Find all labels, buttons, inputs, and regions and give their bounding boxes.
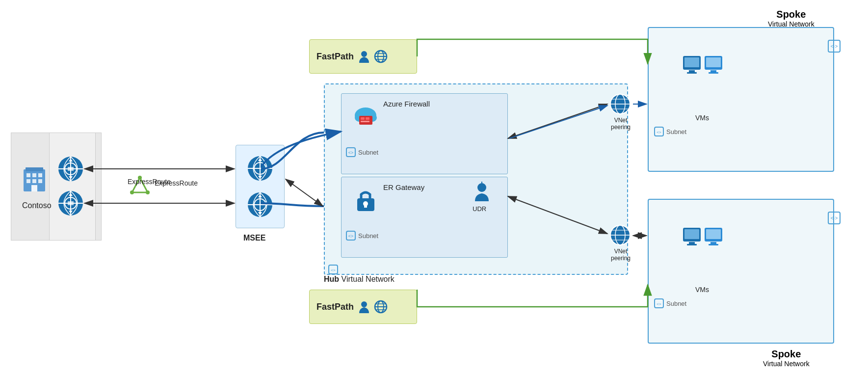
msee-box <box>236 145 285 228</box>
svg-rect-48 <box>364 204 367 208</box>
svg-rect-2 <box>26 173 30 177</box>
spoke-bottom-subnet-badge: <> Subnet <box>654 298 686 309</box>
spoke-top-vms-label: VMs <box>695 114 709 122</box>
hub-vnet-label: Hub Virtual Network <box>324 275 395 284</box>
svg-point-103 <box>146 190 150 194</box>
fastpath-top-box: FastPath <box>309 39 417 74</box>
svg-rect-45 <box>361 121 369 122</box>
spoke-top-subtitle-text: Virtual Network <box>768 20 815 28</box>
svg-rect-82 <box>706 229 721 239</box>
svg-point-104 <box>130 190 134 194</box>
spoke-bottom-subnet-label: Subnet <box>666 300 686 307</box>
vms-bottom-icon <box>682 226 726 262</box>
svg-rect-43 <box>361 117 365 120</box>
svg-rect-1 <box>26 167 43 171</box>
svg-rect-4 <box>38 173 42 177</box>
building-icon <box>20 164 49 194</box>
fastpath-top-label: FastPath <box>316 52 354 62</box>
hub-label-bold: Hub <box>324 275 339 283</box>
svg-text:<>: <> <box>657 302 661 306</box>
svg-rect-80 <box>687 244 697 245</box>
svg-rect-74 <box>706 57 721 67</box>
azure-firewall-icon <box>352 103 379 132</box>
er-gateway-icon <box>352 187 379 215</box>
spoke-bottom-box: <> Subnet VMs <box>648 199 834 344</box>
spoke-bottom-vms-label: VMs <box>695 286 709 294</box>
spoke-bottom-right-badge: <·> <box>827 211 841 225</box>
spoke-top-subnet-badge: <> Subnet <box>654 126 686 137</box>
udr-icon <box>471 182 493 206</box>
svg-text:<>: <> <box>348 150 354 155</box>
svg-text:<·>: <·> <box>831 44 838 49</box>
svg-rect-6 <box>32 179 36 183</box>
spoke-top-box: <> Subnet VMs <box>648 27 834 172</box>
spoke-top-title: Spoke Virtual Network <box>768 9 815 28</box>
svg-rect-72 <box>687 72 697 74</box>
vnet-peering-top-icon <box>608 92 632 118</box>
firewall-subnet-badge: <> Subnet <box>345 147 378 158</box>
spoke-top-subnet-label: Subnet <box>666 128 686 135</box>
er-gateway-label: ER Gateway <box>383 183 424 191</box>
spoke-bottom-title: Spoke Virtual Network <box>763 349 810 368</box>
svg-rect-84 <box>709 244 718 245</box>
svg-rect-75 <box>710 70 716 72</box>
udr-label: UDR <box>473 205 486 213</box>
vnet-peering-bottom-label: VNetpeering <box>608 248 633 262</box>
svg-rect-79 <box>689 242 695 244</box>
spoke-top-title-text: Spoke <box>768 9 815 20</box>
spoke-top-right-badge: <·> <box>827 39 841 53</box>
svg-rect-3 <box>32 173 36 177</box>
svg-point-59 <box>361 301 367 307</box>
spoke-bottom-subtitle-text: Virtual Network <box>763 360 810 368</box>
svg-rect-83 <box>710 242 716 244</box>
svg-rect-44 <box>366 117 369 120</box>
expressroute-text: ExpressRoute <box>128 178 171 186</box>
hub-subnet-badge: <> <box>328 264 339 275</box>
azure-firewall-label: Azure Firewall <box>383 100 430 108</box>
contoso-label: Contoso <box>22 201 52 210</box>
fastpath-bottom-label: FastPath <box>316 302 354 312</box>
vms-top-icon <box>682 54 726 90</box>
svg-rect-71 <box>689 70 695 72</box>
svg-rect-78 <box>684 229 699 239</box>
svg-text:<>: <> <box>331 268 336 272</box>
svg-line-117 <box>286 179 323 206</box>
vnet-peering-bottom-icon <box>608 223 632 249</box>
fastpath-bottom-box: FastPath <box>309 290 417 324</box>
svg-rect-42 <box>359 116 372 125</box>
svg-marker-20 <box>68 201 74 205</box>
svg-rect-8 <box>31 185 37 191</box>
svg-rect-70 <box>684 57 699 67</box>
contoso-inner-box <box>49 133 96 241</box>
svg-text:<>: <> <box>657 130 661 134</box>
contoso-router-bottom <box>58 190 83 218</box>
hub-vnet-subtitle: Virtual Network <box>342 275 395 283</box>
gateway-subnet-badge: <> Subnet <box>345 230 378 241</box>
msee-label: MSEE <box>243 234 265 242</box>
contoso-router-top <box>58 156 83 184</box>
svg-text:<·>: <·> <box>831 215 838 221</box>
spoke-bottom-title-text: Spoke <box>763 349 810 360</box>
svg-rect-7 <box>38 179 42 183</box>
subnet-label-2: Subnet <box>358 232 378 240</box>
svg-text:<>: <> <box>348 234 354 239</box>
vnet-peering-top-label: VNetpeering <box>608 117 633 131</box>
svg-rect-76 <box>709 72 718 74</box>
svg-point-53 <box>361 51 367 57</box>
subnet-label-1: Subnet <box>358 149 378 156</box>
diagram-container: Contoso <box>0 0 868 376</box>
svg-rect-5 <box>26 179 30 183</box>
svg-marker-13 <box>68 167 74 171</box>
